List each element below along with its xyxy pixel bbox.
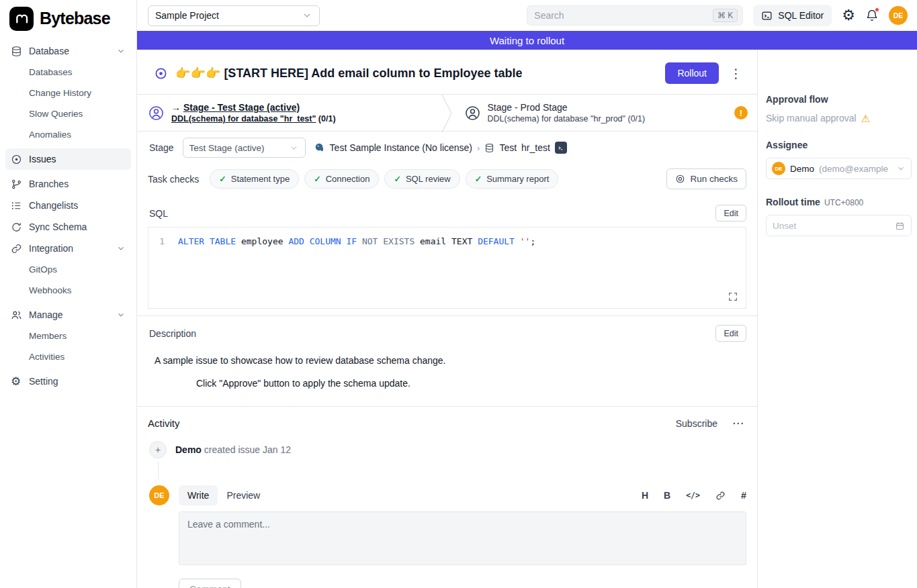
composer-avatar-wrap: DE	[149, 485, 169, 588]
sidebar-item-changelists[interactable]: Changelists	[5, 195, 131, 216]
bold-icon[interactable]: B	[664, 490, 670, 501]
description-edit-button[interactable]: Edit	[715, 325, 746, 342]
search-box[interactable]: ⌘ K	[527, 5, 743, 26]
sidebar-item-webhooks[interactable]: Webhooks	[5, 280, 131, 301]
check-badge-statement-type[interactable]: ✓ Statement type	[210, 169, 299, 189]
sidebar-item-activities[interactable]: Activities	[5, 346, 131, 367]
sidebar-item-label: Manage	[29, 309, 63, 320]
subscribe-button[interactable]: Subscribe	[676, 418, 717, 429]
topbar-right: ⌘ K SQL Editor ⚙ DE	[527, 5, 908, 26]
sync-icon	[11, 222, 22, 233]
check-badge-sql-review[interactable]: ✓ SQL review	[384, 169, 460, 189]
database-breadcrumb: Test Sample Instance (No license) › Test…	[314, 142, 567, 154]
comment-textarea[interactable]	[179, 511, 746, 565]
sql-code-line: 1 ALTER TABLE employee ADD COLUMN IF NOT…	[148, 235, 746, 248]
brand-name: Bytebase	[40, 9, 110, 28]
hash-icon[interactable]: #	[741, 490, 746, 501]
check-badge-connection[interactable]: ✓ Connection	[304, 169, 379, 189]
chevron-down-icon	[289, 143, 299, 153]
stage-person-icon	[148, 105, 165, 121]
expand-editor-icon[interactable]	[726, 290, 740, 303]
tab-preview[interactable]: Preview	[218, 485, 269, 505]
sidebar-item-branches[interactable]: Branches	[5, 173, 131, 195]
tab-write[interactable]: Write	[179, 485, 218, 505]
activity-more-icon[interactable]: ⋯	[730, 416, 746, 430]
sidebar-item-issues[interactable]: Issues	[5, 148, 131, 170]
stage-card-prod[interactable]: Stage - Prod Stage DDL(schema) for datab…	[453, 95, 758, 131]
calendar-icon	[895, 221, 905, 231]
project-select-value: Sample Project	[155, 10, 219, 21]
description-section: Description Edit A sample issue to showc…	[137, 315, 757, 399]
description-header: Description Edit	[137, 316, 757, 347]
stage-task-count: (0/1)	[316, 114, 335, 124]
issue-header: 👉👉👉 [START HERE] Add email column to Emp…	[137, 50, 757, 94]
approval-flow-text: Skip manual approval	[766, 113, 857, 124]
check-passed-icon: ✓	[475, 174, 482, 184]
activity-label: Activity	[148, 418, 180, 429]
stage-card-text: Stage - Prod Stage DDL(schema) for datab…	[488, 102, 646, 124]
heading-icon[interactable]: H	[642, 490, 648, 501]
sql-editor-area[interactable]: 1 ALTER TABLE employee ADD COLUMN IF NOT…	[148, 227, 746, 309]
sidebar-item-sync-schema[interactable]: Sync Schema	[5, 216, 131, 238]
postgres-elephant-icon	[314, 142, 325, 153]
sidebar-item-members[interactable]: Members	[5, 326, 131, 346]
stage-select-value: Test Stage (active)	[189, 143, 265, 153]
check-badge-summary-report[interactable]: ✓ Summary report	[466, 169, 559, 189]
sidebar-item-slow-queries[interactable]: Slow Queries	[5, 103, 131, 124]
comment-submit-button[interactable]: Comment	[179, 579, 241, 588]
status-banner-text: Waiting to rollout	[490, 35, 564, 46]
created-event-icon: +	[149, 441, 167, 458]
settings-gear-button[interactable]: ⚙	[842, 7, 855, 24]
sidebar-item-change-history[interactable]: Change History	[5, 83, 131, 103]
sidebar-item-databases[interactable]: Databases	[5, 62, 131, 83]
sidebar-item-anomalies[interactable]: Anomalies	[5, 124, 131, 145]
attention-icon: !	[734, 106, 748, 119]
link-icon[interactable]	[715, 491, 726, 501]
rollout-timezone: UTC+0800	[824, 198, 863, 207]
assignee-select[interactable]: DE Demo (demo@example	[766, 158, 912, 179]
changelist-icon	[11, 200, 22, 211]
open-in-sql-editor-icon[interactable]	[555, 142, 567, 154]
stage-select-row: Stage Test Stage (active) Test Sample In…	[137, 132, 757, 164]
line-number: 1	[148, 235, 178, 248]
sidebar-item-gitops[interactable]: GitOps	[5, 259, 131, 280]
database-icon	[11, 46, 22, 57]
search-input[interactable]	[534, 10, 707, 21]
bytebase-logo-icon	[9, 7, 34, 31]
sidebar-item-database[interactable]: Database	[5, 40, 131, 62]
stage-title: Stage - Test Stage (active)	[183, 102, 300, 113]
rollout-time-picker[interactable]	[766, 215, 912, 236]
check-passed-icon: ✓	[219, 174, 226, 184]
assignee-avatar: DE	[772, 162, 785, 175]
activity-section: Activity Subscribe ⋯ + Demo created issu…	[137, 406, 757, 588]
sidebar-item-label: Branches	[29, 179, 69, 189]
rollout-time-input[interactable]	[773, 221, 891, 231]
sidebar-item-manage[interactable]: Manage	[5, 304, 131, 326]
sql-editor-button[interactable]: SQL Editor	[753, 5, 832, 26]
more-options-icon[interactable]: ⋮	[727, 67, 745, 80]
bytebase-logo[interactable]: Bytebase	[0, 0, 136, 35]
notifications-bell-button[interactable]	[865, 9, 879, 22]
rollout-button[interactable]: Rollout	[665, 62, 719, 84]
main-content: 👉👉👉 [START HERE] Add email column to Emp…	[137, 50, 758, 588]
project-select[interactable]: Sample Project	[148, 5, 320, 26]
activity-item-text: Demo created issue Jan 12	[175, 444, 291, 455]
database-link[interactable]: hr_test	[521, 142, 550, 153]
sql-edit-button[interactable]: Edit	[715, 205, 746, 222]
stage-pipeline: → Stage - Test Stage (active) DDL(schema…	[137, 94, 757, 132]
sql-section-header: SQL Edit	[137, 196, 757, 227]
chevron-down-icon	[116, 46, 126, 56]
stage-select[interactable]: Test Stage (active)	[183, 138, 306, 158]
stage-card-text: → Stage - Test Stage (active) DDL(schema…	[171, 102, 336, 124]
code-icon[interactable]: </>	[686, 491, 700, 500]
run-checks-button[interactable]: Run checks	[666, 168, 746, 189]
sidebar-item-label: Members	[29, 331, 67, 341]
sidebar-item-integration[interactable]: Integration	[5, 238, 131, 259]
instance-link[interactable]: Test Sample Instance (No license)	[330, 142, 472, 153]
run-checks-icon	[675, 174, 685, 184]
assignee-email: (demo@example	[819, 164, 891, 174]
user-avatar[interactable]: DE	[889, 6, 908, 25]
stage-card-test[interactable]: → Stage - Test Stage (active) DDL(schema…	[137, 95, 441, 131]
stage-label: Stage	[149, 142, 174, 153]
sidebar-item-setting[interactable]: ⚙ Setting	[5, 371, 131, 392]
